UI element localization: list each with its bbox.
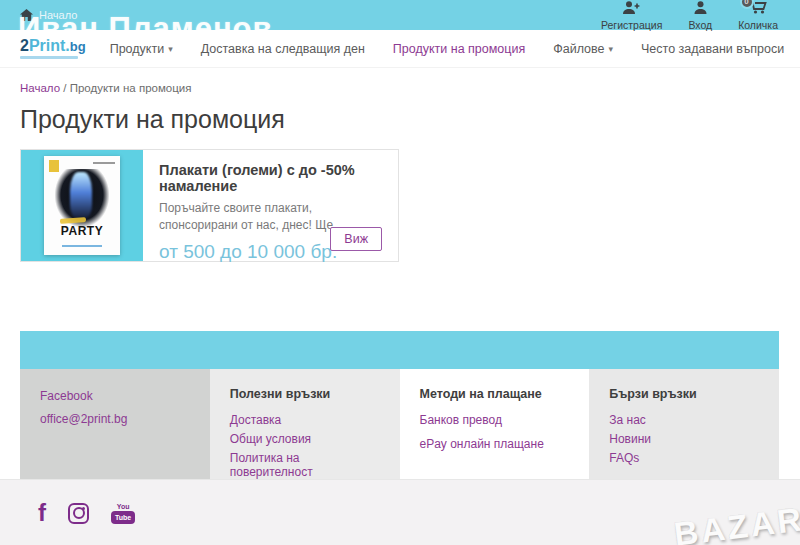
product-title[interactable]: Плакати (големи) с до -50% намаление bbox=[159, 162, 382, 194]
topbar-home-link[interactable]: Начало bbox=[20, 9, 77, 21]
youtube-icon-text: You bbox=[117, 503, 130, 510]
product-image[interactable]: PARTY bbox=[21, 150, 143, 261]
cart-count-badge: 0 bbox=[740, 0, 754, 9]
nav-item-label: Продукти на промоция bbox=[393, 42, 525, 56]
registration-label: Регистрация bbox=[601, 19, 662, 31]
promo-product-card: PARTY Плакати (големи) с до -50% намален… bbox=[20, 149, 399, 262]
nav-items: Продукти ▾ Доставка на следващия ден Про… bbox=[110, 42, 800, 56]
poster-figure-art bbox=[70, 172, 92, 218]
nav-item-promo-products[interactable]: Продукти на промоция bbox=[393, 42, 525, 56]
logo-middle: Print. bbox=[29, 38, 70, 54]
footer-heading: Бързи връзки bbox=[609, 387, 759, 401]
nav-item-label: Файлове bbox=[553, 42, 604, 56]
youtube-icon[interactable]: You Tube bbox=[111, 503, 135, 524]
footer-heading: Полезни връзки bbox=[230, 387, 380, 401]
login-button[interactable]: Вход bbox=[688, 0, 712, 31]
footer-banner-strip bbox=[20, 331, 779, 369]
cart-label: Количка bbox=[738, 19, 778, 31]
nav-item-faq[interactable]: Често задавани въпроси bbox=[641, 42, 784, 56]
footer-facebook-link[interactable]: Facebook bbox=[40, 389, 190, 403]
footer-link-delivery[interactable]: Доставка bbox=[230, 413, 380, 427]
site-logo[interactable]: 2Print.bg bbox=[20, 38, 86, 59]
topbar-home-label: Начало bbox=[39, 9, 77, 21]
footer-heading: Методи на плащане bbox=[420, 387, 570, 401]
bottom-bar: f You Tube BAZAR bbox=[0, 479, 800, 545]
cart-icon: 0 bbox=[749, 0, 768, 18]
nav-item-label: Доставка на следващия ден bbox=[201, 42, 365, 56]
footer-column-payment: Методи на плащане Банков превод ePay онл… bbox=[400, 369, 590, 479]
footer-link-privacy[interactable]: Политика на поверителност bbox=[230, 451, 380, 479]
registration-button[interactable]: Регистрация bbox=[601, 0, 662, 31]
page-title: Продукти на промоция bbox=[20, 105, 780, 134]
footer-columns: Facebook office@2print.bg Полезни връзки… bbox=[20, 369, 779, 479]
facebook-icon[interactable]: f bbox=[38, 501, 46, 525]
chevron-down-icon: ▾ bbox=[609, 44, 614, 54]
logo-tagline bbox=[20, 56, 78, 59]
home-icon bbox=[20, 9, 33, 21]
footer-column-useful-links: Полезни връзки Доставка Общи условия Пол… bbox=[210, 369, 400, 479]
logo-suffix: bg bbox=[70, 40, 86, 53]
nav-item-next-day-delivery[interactable]: Доставка на следващия ден bbox=[201, 42, 365, 56]
person-plus-icon bbox=[623, 0, 640, 18]
footer-link-epay[interactable]: ePay онлайн плащане bbox=[420, 437, 570, 451]
person-icon bbox=[694, 0, 707, 18]
footer-link-news[interactable]: Новини bbox=[609, 432, 759, 446]
login-label: Вход bbox=[688, 19, 712, 31]
topbar: Начало Регистрация Вход 0 Количка bbox=[0, 0, 800, 30]
poster-title-text: PARTY bbox=[44, 224, 120, 238]
topbar-actions: Регистрация Вход 0 Количка bbox=[601, 0, 778, 31]
youtube-icon-text: Tube bbox=[111, 511, 135, 524]
nav-item-files[interactable]: Файлове ▾ bbox=[553, 42, 613, 56]
footer-link-terms[interactable]: Общи условия bbox=[230, 432, 380, 446]
view-button[interactable]: Виж bbox=[330, 227, 382, 251]
instagram-icon[interactable] bbox=[68, 503, 89, 524]
poster-thumbnail: PARTY bbox=[44, 156, 120, 255]
footer-link-about[interactable]: За нас bbox=[609, 413, 759, 427]
logo-prefix: 2 bbox=[20, 38, 29, 54]
bazar-logo-watermark: BAZAR bbox=[672, 500, 800, 545]
main-content: Начало / Продукти на промоция Продукти н… bbox=[0, 68, 800, 262]
nav-item-products[interactable]: Продукти ▾ bbox=[110, 42, 173, 56]
nav-item-label: Продукти bbox=[110, 42, 164, 56]
footer-column-quick-links: Бързи връзки За нас Новини FAQs bbox=[589, 369, 779, 479]
chevron-down-icon: ▾ bbox=[168, 44, 173, 54]
footer-link-bank-transfer[interactable]: Банков превод bbox=[420, 413, 570, 427]
poster-decor bbox=[93, 162, 115, 164]
nav-item-label: Често задавани въпроси bbox=[641, 42, 784, 56]
main-navigation: 2Print.bg Продукти ▾ Доставка на следващ… bbox=[0, 30, 800, 68]
breadcrumb: Начало / Продукти на промоция bbox=[20, 68, 780, 94]
footer-link-faqs[interactable]: FAQs bbox=[609, 451, 759, 465]
poster-decor bbox=[62, 245, 102, 247]
breadcrumb-current: Продукти на промоция bbox=[70, 82, 192, 94]
product-details: Плакати (големи) с до -50% намаление Пор… bbox=[143, 150, 398, 261]
footer-column-contacts: Facebook office@2print.bg bbox=[20, 369, 210, 479]
breadcrumb-home-link[interactable]: Начало bbox=[20, 82, 60, 94]
cart-button[interactable]: 0 Количка bbox=[738, 0, 778, 31]
footer-email-link[interactable]: office@2print.bg bbox=[40, 412, 190, 426]
